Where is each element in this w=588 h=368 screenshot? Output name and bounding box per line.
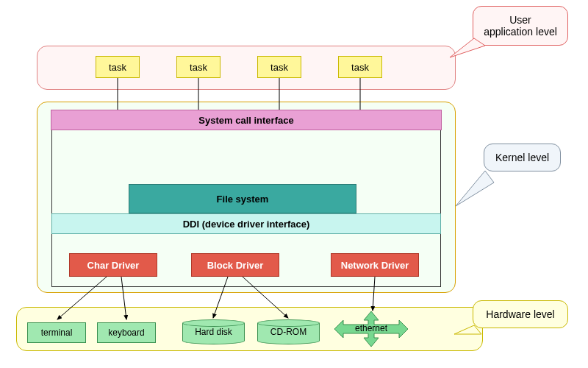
hw-label: keyboard — [108, 328, 144, 338]
driver-label: Block Driver — [207, 260, 264, 271]
keyboard-box: keyboard — [97, 322, 156, 343]
ddi-label: DDI (device driver interface) — [183, 219, 310, 230]
file-system-box: File system — [129, 184, 356, 213]
ddi-box: DDI (device driver interface) — [51, 213, 441, 234]
task-box-2: task — [176, 56, 220, 78]
driver-label: Char Driver — [87, 260, 140, 271]
hw-label: terminal — [41, 328, 73, 338]
callout-label: Hardware level — [486, 308, 554, 320]
hw-label: CD-ROM — [257, 327, 320, 337]
network-driver-box: Network Driver — [331, 253, 419, 277]
task-box-3: task — [257, 56, 301, 78]
hard-disk-cylinder: Hard disk — [182, 319, 245, 344]
cdrom-cylinder: CD-ROM — [257, 319, 320, 344]
driver-label: Network Driver — [341, 260, 409, 271]
task-label: task — [351, 62, 369, 73]
svg-marker-11 — [456, 171, 494, 206]
filesystem-label: File system — [217, 194, 269, 205]
kernel-level-callout: Kernel level — [484, 144, 561, 171]
user-level-callout: User application level — [473, 6, 568, 46]
hw-label: Hard disk — [182, 327, 245, 337]
task-label: task — [190, 62, 207, 73]
terminal-box: terminal — [27, 322, 86, 343]
system-call-interface-box: System call interface — [51, 110, 442, 130]
task-label: task — [270, 62, 288, 73]
task-box-4: task — [338, 56, 382, 78]
task-label: task — [109, 62, 126, 73]
syscall-label: System call interface — [198, 115, 293, 126]
block-driver-box: Block Driver — [191, 253, 279, 277]
hw-label: ethernet — [334, 323, 408, 333]
hardware-level-callout: Hardware level — [473, 300, 568, 328]
char-driver-box: Char Driver — [69, 253, 157, 277]
callout-label: User application level — [484, 14, 557, 38]
callout-label: Kernel level — [495, 152, 549, 163]
ethernet-shape: ethernet — [334, 311, 408, 347]
task-box-1: task — [96, 56, 140, 78]
hardware-level-panel — [16, 307, 483, 351]
